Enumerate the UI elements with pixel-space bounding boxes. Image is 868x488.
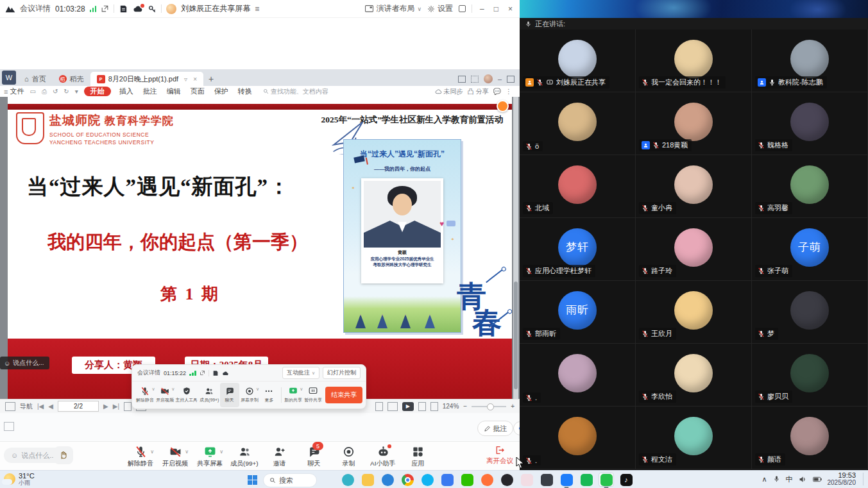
participant-tile[interactable]: 程文洁 bbox=[636, 407, 752, 469]
taskbar-clock[interactable]: 19:53 2025/8/20 bbox=[828, 472, 856, 486]
wps-menu-5[interactable]: 页面 bbox=[189, 87, 206, 96]
taskbar-app-firefox[interactable] bbox=[479, 473, 495, 487]
toolbar-chat-button[interactable]: 5聊天 bbox=[296, 444, 331, 468]
clap-button[interactable] bbox=[54, 446, 73, 464]
participant-tile[interactable]: 218黄颖 bbox=[636, 92, 752, 155]
toolbar-invite-button[interactable]: 邀请 bbox=[262, 444, 296, 468]
encryption-icon[interactable] bbox=[148, 4, 157, 13]
participant-tile[interactable]: 北域 bbox=[520, 155, 636, 218]
share-toolbar-cam-muted-button[interactable]: ∨开启视频 bbox=[155, 383, 175, 407]
chevron-down-icon[interactable]: ∨ bbox=[150, 449, 154, 455]
wps-home-tab[interactable]: ⌂ 首页 bbox=[18, 72, 53, 86]
participant-tile[interactable]: 廖贝贝 bbox=[752, 344, 868, 407]
save-icon[interactable]: ▭ bbox=[30, 88, 35, 95]
cloud-record-icon[interactable] bbox=[133, 4, 143, 13]
leave-meeting-button[interactable]: 离开会议 bbox=[486, 445, 513, 466]
two-page-view-icon[interactable] bbox=[387, 402, 398, 411]
toolbar-record-button[interactable]: 录制 bbox=[331, 444, 366, 468]
navigation-pane-icon[interactable] bbox=[5, 402, 15, 411]
undo-icon[interactable]: ↺ bbox=[53, 88, 58, 95]
volume-icon[interactable] bbox=[799, 476, 807, 483]
wps-menu-6[interactable]: 保护 bbox=[213, 87, 230, 96]
first-page-button[interactable]: |◀ bbox=[37, 403, 44, 410]
toolbar-apps-button[interactable]: 应用 bbox=[400, 444, 435, 468]
participant-tile[interactable]: 梦轩 应用心理学杜梦轩 bbox=[520, 218, 636, 281]
share-toolbar-members-button[interactable]: 成员(99+) bbox=[199, 383, 220, 407]
taskbar-app-chrome-browser[interactable] bbox=[400, 473, 415, 487]
share-toolbar-shield-button[interactable]: 主持人工具 bbox=[174, 383, 199, 407]
taskbar-app-quick-launch[interactable] bbox=[340, 473, 355, 487]
share-toolbar-more-button[interactable]: 更多 bbox=[259, 383, 279, 407]
wps-file-menu[interactable]: ≡文件 bbox=[4, 87, 24, 96]
taskbar-app-green-doc-app[interactable] bbox=[579, 473, 594, 487]
show-desktop-button[interactable] bbox=[863, 473, 865, 485]
input-method-indicator[interactable]: 中 bbox=[786, 475, 793, 484]
participant-tile[interactable]: 路子玲 bbox=[636, 218, 752, 281]
presentation-play-button[interactable]: ▶ bbox=[402, 402, 414, 411]
toolbar-ai-button[interactable]: AI小助手 bbox=[366, 444, 400, 468]
wps-menu-2[interactable]: 插入 bbox=[118, 87, 135, 96]
popout-icon[interactable] bbox=[101, 4, 109, 13]
taskbar-app-dark-app[interactable] bbox=[539, 473, 554, 487]
tray-mic-icon[interactable] bbox=[773, 475, 780, 483]
zoom-in-button[interactable]: + bbox=[511, 403, 515, 410]
meeting-minutes-icon[interactable] bbox=[119, 4, 128, 13]
prev-page-button[interactable]: ◀ bbox=[48, 403, 53, 410]
taskbar-app-file-explorer[interactable] bbox=[360, 473, 375, 487]
participant-tile[interactable]: 王欣月 bbox=[636, 281, 752, 344]
kebab-menu-icon[interactable]: ⋮ bbox=[506, 88, 512, 95]
single-page-icon[interactable] bbox=[124, 402, 132, 411]
share-button[interactable]: 凸分享 bbox=[468, 87, 489, 96]
participant-tile[interactable]: 梦 bbox=[752, 281, 868, 344]
taskbar-app-qq[interactable] bbox=[420, 473, 435, 487]
participant-tile[interactable]: 童小冉 bbox=[636, 155, 752, 218]
wps-menu-7[interactable]: 转换 bbox=[237, 87, 253, 96]
page-indicator[interactable]: 2/2 bbox=[58, 401, 99, 412]
taskbar-search[interactable]: 搜索 bbox=[263, 473, 317, 487]
wps-account-avatar[interactable] bbox=[484, 74, 493, 83]
fit-width-icon[interactable] bbox=[418, 402, 426, 411]
participant-tile[interactable]: 颜语 bbox=[752, 407, 868, 469]
annotate-button[interactable]: 批注 bbox=[477, 421, 513, 436]
participant-tile[interactable]: 刘姝辰正在共享 bbox=[520, 29, 636, 92]
wps-document-tab[interactable]: P 8月20日晚上ppt(1).pdf ▿ × bbox=[90, 72, 203, 86]
print-icon[interactable]: ⎙ bbox=[42, 88, 47, 96]
last-page-button[interactable]: ▶| bbox=[113, 403, 119, 410]
wps-menu-4[interactable]: 编辑 bbox=[166, 87, 182, 96]
share-toolbar-record-button[interactable]: ∨屏幕录制 bbox=[239, 383, 259, 407]
embedded-cloud-icon[interactable] bbox=[222, 371, 229, 376]
wps-menu-3[interactable]: 批注 bbox=[142, 87, 158, 96]
wps-window-icon[interactable] bbox=[458, 76, 466, 83]
toolbar-share-screen-button[interactable]: ∨共享屏幕 bbox=[192, 444, 227, 468]
participant-tile[interactable]: 魏格格 bbox=[752, 92, 868, 155]
close-button[interactable]: × bbox=[506, 4, 515, 13]
maximize-button[interactable]: □ bbox=[492, 4, 500, 13]
participant-tile[interactable]: 子萌 张子萌 bbox=[752, 218, 868, 281]
wps-grid-icon[interactable] bbox=[471, 76, 479, 83]
weather-widget[interactable]: 31°C 小雨 bbox=[4, 472, 35, 486]
wps-assistant-badge[interactable] bbox=[497, 100, 509, 112]
wps-menu-1[interactable]: 开始 bbox=[84, 87, 111, 96]
pin-tab-icon[interactable]: ▿ bbox=[184, 76, 187, 83]
toolbar-mic-muted-button[interactable]: ∨解除静音 bbox=[123, 444, 158, 468]
taskbar-app-wechat[interactable] bbox=[459, 473, 475, 487]
sharer-menu-icon[interactable]: ≡ bbox=[255, 4, 259, 13]
battery-icon[interactable] bbox=[813, 476, 822, 482]
next-page-button[interactable]: ▶ bbox=[103, 403, 108, 410]
taskbar-app-tiktok[interactable]: ♪ bbox=[618, 473, 634, 487]
slide-control-pill[interactable]: 幻灯片控制 bbox=[323, 367, 361, 379]
minimize-button[interactable]: – bbox=[478, 4, 486, 13]
toolbar-members-button[interactable]: 成员(99+) bbox=[227, 444, 262, 468]
toolbar-cam-muted-button[interactable]: ∨开启视频 bbox=[158, 444, 192, 468]
participant-tile[interactable]: . bbox=[520, 407, 636, 469]
interactive-annotation-pill[interactable]: 互动批注∨ bbox=[282, 367, 319, 379]
navigation-label[interactable]: 导航 bbox=[20, 402, 33, 411]
zoom-level[interactable]: 124% bbox=[443, 403, 459, 410]
embedded-minutes-icon[interactable] bbox=[212, 370, 219, 376]
more-tools-icon[interactable]: ▾ bbox=[75, 88, 78, 95]
fullscreen-icon[interactable] bbox=[459, 5, 466, 12]
participant-tile[interactable]: 李欣怡 bbox=[636, 344, 752, 407]
redo-icon[interactable]: ↻ bbox=[64, 88, 69, 95]
participant-tile[interactable]: 教科院-陈志鹏 bbox=[752, 29, 868, 92]
zoom-out-button[interactable]: − bbox=[463, 403, 467, 410]
